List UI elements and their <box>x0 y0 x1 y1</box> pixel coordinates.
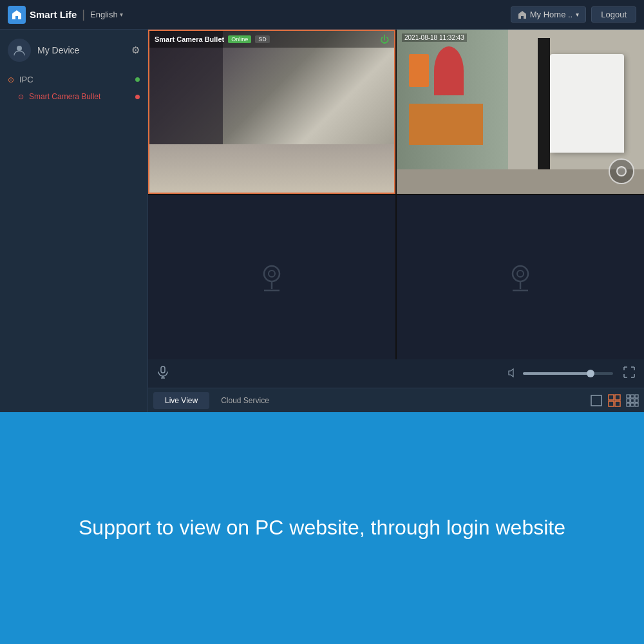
logo-area: Smart Life <box>8 6 77 24</box>
logout-button[interactable]: Logout <box>591 6 636 23</box>
layout-single-button[interactable] <box>590 394 603 407</box>
header: Smart Life | English ▾ My Home .. ▾ Logo… <box>0 0 644 30</box>
svg-rect-14 <box>615 395 620 400</box>
device-group-label: IPC <box>19 75 130 84</box>
language-selector[interactable]: English ▾ <box>90 10 123 19</box>
cam2-timestamp: 2021-08-18 11:32:43 <box>402 33 467 42</box>
cam1-power-icon[interactable]: ⏻ <box>380 34 389 44</box>
ptz-icon[interactable] <box>609 158 634 184</box>
device-group-icon: ⊙ <box>8 75 14 84</box>
svg-rect-12 <box>591 395 601 406</box>
device-settings-icon[interactable]: ⚙ <box>131 44 140 56</box>
svg-rect-18 <box>631 395 634 398</box>
sidebar-item-smart-camera-bullet[interactable]: ⊙ Smart Camera Bullet <box>0 88 147 105</box>
my-device-header: My Device ⚙ <box>0 30 147 71</box>
my-device-label: My Device <box>37 45 125 55</box>
camera-grid: Smart Camera Bullet Online SD ⏻ <box>148 30 644 359</box>
volume-icon[interactable] <box>507 368 518 380</box>
tab-live-view[interactable]: Live View <box>153 392 209 409</box>
app-title: Smart Life <box>30 9 77 20</box>
cam1-online-badge: Online <box>228 35 251 43</box>
svg-point-5 <box>513 266 528 281</box>
cam1-title: Smart Camera Bullet <box>155 35 224 43</box>
device-group-dot <box>135 77 140 82</box>
language-label: English <box>90 10 118 19</box>
fullscreen-icon[interactable] <box>623 366 635 381</box>
svg-rect-21 <box>631 399 634 402</box>
svg-point-1 <box>264 266 279 281</box>
camera-cell-2[interactable]: 2021-08-18 11:32:43 <box>397 30 644 194</box>
app-logo-icon <box>8 6 26 24</box>
device-group-ipc[interactable]: ⊙ IPC <box>0 71 147 88</box>
cam2-scene: 2021-08-18 11:32:43 <box>397 30 644 194</box>
promo-section: Support to view on PC website, through l… <box>0 412 644 644</box>
volume-area <box>507 366 635 381</box>
bottom-tabs: Live View Cloud Service <box>148 388 644 412</box>
device-item-label: Smart Camera Bullet <box>29 92 130 101</box>
layout-grid4-button[interactable] <box>608 394 621 407</box>
device-item-dot <box>135 95 140 99</box>
svg-point-0 <box>17 46 22 51</box>
svg-rect-19 <box>635 395 638 398</box>
language-chevron-icon: ▾ <box>120 11 123 18</box>
controls-bar <box>148 359 644 388</box>
volume-slider[interactable] <box>523 372 613 375</box>
header-right: My Home .. ▾ Logout <box>511 6 636 23</box>
svg-rect-13 <box>609 395 614 400</box>
layout-buttons <box>590 394 639 407</box>
svg-rect-22 <box>635 399 638 402</box>
device-avatar <box>8 39 31 62</box>
camera-cell-3[interactable] <box>148 195 395 359</box>
svg-rect-24 <box>631 403 634 406</box>
cam4-placeholder <box>397 195 644 359</box>
camera-cell-4[interactable] <box>397 195 644 359</box>
layout-grid9-button[interactable] <box>626 394 639 407</box>
home-button[interactable]: My Home .. ▾ <box>511 6 586 23</box>
cam3-placeholder <box>148 195 395 359</box>
cam1-header: Smart Camera Bullet Online SD ⏻ <box>149 31 394 48</box>
mic-icon[interactable] <box>157 366 169 382</box>
cam1-scene <box>149 31 394 193</box>
tab-cloud-service[interactable]: Cloud Service <box>209 392 281 409</box>
svg-rect-16 <box>615 401 620 406</box>
header-divider: | <box>82 8 85 21</box>
svg-rect-17 <box>627 395 630 398</box>
camera-area: Smart Camera Bullet Online SD ⏻ <box>148 30 644 412</box>
camera-cell-1[interactable]: Smart Camera Bullet Online SD ⏻ <box>148 30 395 194</box>
home-label: My Home .. <box>530 10 573 19</box>
sidebar: My Device ⚙ ⊙ IPC ⊙ Smart Camera Bullet <box>0 30 148 412</box>
device-list: ⊙ IPC ⊙ Smart Camera Bullet <box>0 71 147 111</box>
device-item-icon: ⊙ <box>18 93 24 101</box>
svg-rect-23 <box>627 403 630 406</box>
svg-rect-15 <box>609 401 614 406</box>
cam1-sd-badge: SD <box>255 35 270 43</box>
svg-rect-20 <box>627 399 630 402</box>
svg-rect-25 <box>635 403 638 406</box>
promo-text: Support to view on PC website, through l… <box>79 515 565 542</box>
home-chevron-icon: ▾ <box>576 11 579 18</box>
svg-point-2 <box>269 270 275 277</box>
main-content: My Device ⚙ ⊙ IPC ⊙ Smart Camera Bullet <box>0 30 644 412</box>
svg-rect-9 <box>161 366 165 373</box>
svg-point-6 <box>517 270 524 277</box>
